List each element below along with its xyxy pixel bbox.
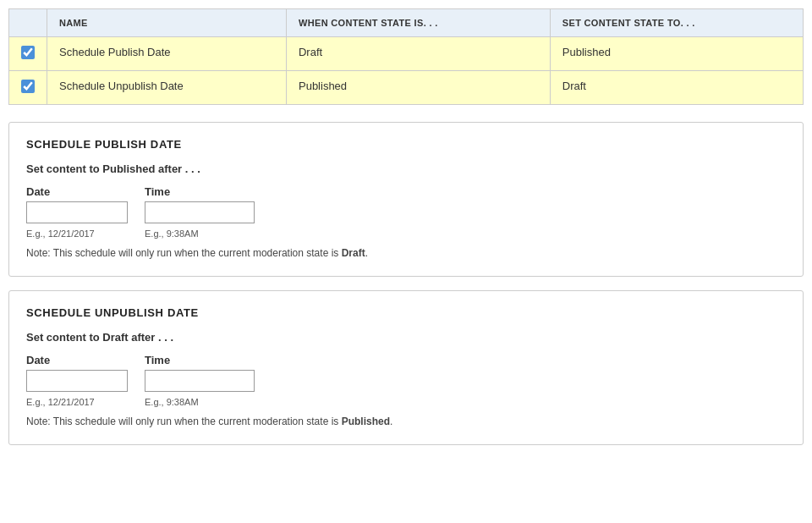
table-cell-set-unpublish: Draft (550, 71, 803, 105)
table-cell-name-unpublish: Schedule Unpublish Date (47, 71, 287, 105)
schedule-unpublish-section: SCHEDULE UNPUBLISH DATE Set content to D… (8, 290, 804, 445)
checkbox-publish[interactable] (21, 46, 35, 59)
table-header-set: SET CONTENT STATE TO. . . (550, 9, 803, 37)
publish-note-end: . (365, 247, 368, 259)
unpublish-date-label: Date (26, 354, 128, 366)
unpublish-time-eg: E.g., 9:38AM (145, 397, 255, 407)
table-header-checkbox-col (9, 9, 47, 37)
publish-time-eg: E.g., 9:38AM (145, 228, 255, 239)
schedule-publish-section: SCHEDULE PUBLISH DATE Set content to Pub… (8, 122, 804, 277)
publish-note-bold: Draft (342, 247, 365, 259)
table-cell-when-publish: Draft (286, 37, 550, 71)
table-cell-set-publish: Published (550, 37, 803, 71)
publish-time-group: Time E.g., 9:38AM (145, 185, 255, 239)
table-header-when: WHEN CONTENT STATE IS. . . (286, 9, 550, 37)
schedule-publish-fields: Date E.g., 12/21/2017 Time E.g., 9:38AM (26, 185, 786, 239)
table-row: Schedule Unpublish Date Published Draft (9, 71, 804, 105)
table-row: Schedule Publish Date Draft Published (9, 37, 804, 71)
unpublish-note-bold: Published (342, 416, 390, 427)
unpublish-note-text: Note: This schedule will only run when t… (26, 416, 342, 427)
publish-note-text: Note: This schedule will only run when t… (26, 247, 342, 259)
schedule-unpublish-fields: Date E.g., 12/21/2017 Time E.g., 9:38AM (26, 354, 786, 407)
table-cell-checkbox-publish[interactable] (9, 37, 47, 71)
table-cell-name-publish: Schedule Publish Date (47, 37, 287, 71)
unpublish-time-input[interactable] (145, 370, 255, 392)
publish-time-input[interactable] (145, 201, 255, 223)
publish-date-group: Date E.g., 12/21/2017 (26, 185, 128, 239)
schedule-unpublish-title: SCHEDULE UNPUBLISH DATE (26, 306, 786, 319)
publish-date-input[interactable] (26, 201, 128, 223)
schedule-publish-title: SCHEDULE PUBLISH DATE (26, 138, 786, 151)
publish-time-label: Time (145, 185, 255, 198)
schedule-unpublish-set-label: Set content to Draft after . . . (26, 331, 786, 344)
unpublish-date-input[interactable] (26, 370, 128, 392)
unpublish-note: Note: This schedule will only run when t… (26, 416, 786, 427)
table-header-name: NAME (47, 9, 287, 37)
table-cell-when-unpublish: Published (286, 71, 550, 105)
table-cell-checkbox-unpublish[interactable] (9, 71, 47, 105)
publish-date-eg: E.g., 12/21/2017 (26, 228, 128, 239)
checkbox-unpublish[interactable] (21, 80, 35, 93)
schedule-publish-set-label: Set content to Published after . . . (26, 162, 786, 175)
publish-date-label: Date (26, 185, 128, 198)
unpublish-date-group: Date E.g., 12/21/2017 (26, 354, 128, 407)
unpublish-time-group: Time E.g., 9:38AM (145, 354, 255, 407)
schedule-table: NAME WHEN CONTENT STATE IS. . . SET CONT… (8, 8, 804, 105)
unpublish-note-end: . (390, 416, 392, 427)
unpublish-date-eg: E.g., 12/21/2017 (26, 397, 128, 407)
unpublish-time-label: Time (145, 354, 255, 366)
publish-note: Note: This schedule will only run when t… (26, 247, 786, 259)
